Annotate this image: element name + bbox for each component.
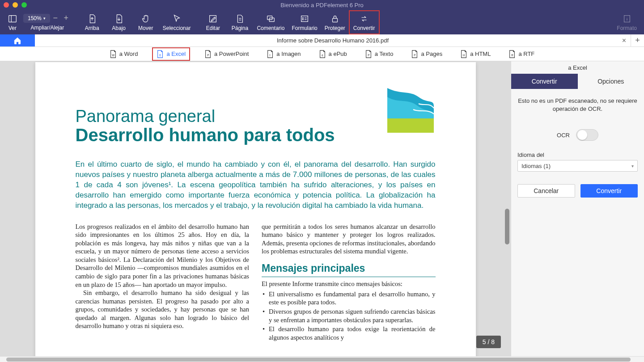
doc-subheading: Mensajes principales [262,262,436,277]
vertical-scrollbar[interactable] [504,61,510,356]
convert-button[interactable]: Convertir [349,10,380,34]
cursor-icon [172,14,182,24]
scrollbar-thumb[interactable] [6,358,631,362]
doc-column-left: Los progresos realizados en el ámbito de… [76,223,250,342]
list-item: El desarrollo humano para todos exige la… [262,325,436,341]
doc-icon: E [157,50,164,58]
document-tab[interactable]: Informe sobre Desarrollo Humano 2016.pdf… [35,34,631,46]
svg-rect-12 [332,18,337,22]
doc-icon: W [110,50,117,58]
format-html[interactable]: H a HTML [457,48,494,60]
titlebar: Bienvenido a PDFelement 6 Pro [0,0,644,10]
close-tab-button[interactable]: × [622,37,626,45]
cancel-button[interactable]: Cancelar [517,184,575,198]
language-label: Idioma del [517,152,638,158]
chevron-down-icon: ▾ [631,164,634,168]
maximize-window-button[interactable] [21,2,27,8]
svg-rect-7 [301,16,308,21]
doc-bullet-list: El universalismo es fundamental para el … [262,290,436,341]
page-down-button[interactable]: Abajo [106,10,132,34]
format-epub[interactable]: e a ePub [315,48,351,60]
select-tool-button[interactable]: Seleccionar [159,10,195,34]
format-word[interactable]: W a Word [106,48,142,60]
window-controls [4,2,27,8]
doc-heading-2: Desarrollo humano para todos [76,125,436,145]
zoom-out-button[interactable]: − [50,13,61,23]
lock-icon [330,14,340,24]
home-tab[interactable] [0,34,35,46]
format-rtf[interactable]: R a RTF [505,48,538,60]
ocr-label: OCR [557,132,570,139]
svg-text:P: P [414,53,416,56]
chevron-down-icon: ▾ [43,16,46,21]
svg-text:R: R [512,53,514,56]
app-title: Bienvenido a PDFelement 6 Pro [280,2,364,8]
svg-rect-0 [9,15,17,22]
form-button[interactable]: Formulario [288,10,321,34]
page-up-icon [87,14,97,24]
convert-panel: a Excel Convertir Opciones Esto no es un… [511,61,644,356]
format-pages[interactable]: P a Pages [407,48,446,60]
svg-text:P: P [368,53,369,56]
comment-icon [266,14,275,24]
page-down-icon [114,14,124,24]
list-item: Diversos grupos de personas siguen sufri… [262,307,436,324]
svg-point-8 [303,17,304,18]
move-tool-button[interactable]: Mover [132,10,159,34]
view-button[interactable]: Ver [4,10,21,34]
svg-rect-25 [387,118,434,133]
protect-button[interactable]: Proteger [321,10,349,34]
edit-icon [208,14,218,24]
doc-icon: P [411,50,418,58]
pdf-page: Panorama general Desarrollo humano para … [35,62,476,356]
doc-column-right: que permitirán a todos los seres humanos… [262,223,436,342]
zoom-in-button[interactable]: + [61,13,72,23]
horizontal-scrollbar[interactable] [0,356,644,362]
close-window-button[interactable] [4,2,9,8]
toggle-knob [577,130,587,140]
page-icon [235,14,245,24]
new-tab-button[interactable]: + [631,34,644,46]
form-icon [300,14,309,24]
format-excel[interactable]: E a Excel [152,47,190,61]
svg-text:W: W [112,53,114,56]
scrollbar-thumb[interactable] [505,209,509,244]
info-icon [622,14,632,24]
language-select[interactable]: Idiomas (1) ▾ [517,160,638,172]
format-strip: W a Word E a Excel P a PowerPoint I a Im… [0,47,644,61]
svg-text:H: H [463,53,465,56]
format-text[interactable]: P a Texto [361,48,397,60]
format-powerpoint[interactable]: P a PowerPoint [201,48,252,60]
svg-text:E: E [160,53,161,56]
page-button[interactable]: Página [226,10,253,34]
ocr-message: Esto no es un PDF escaneado, no se requi… [517,97,638,113]
comment-button[interactable]: Comentario [253,10,288,34]
report-logo [387,88,434,133]
minimize-window-button[interactable] [13,2,18,8]
svg-text:I: I [270,53,271,56]
page-up-button[interactable]: Arriba [79,10,106,34]
ocr-toggle[interactable] [576,129,598,141]
workspace: Panorama general Desarrollo humano para … [0,61,644,356]
panel-tab-options[interactable]: Opciones [578,74,644,89]
doc-heading-1: Panorama general [76,107,436,126]
svg-point-9 [303,19,304,20]
document-area[interactable]: Panorama general Desarrollo humano para … [0,61,511,356]
hand-icon [141,14,151,24]
format-button[interactable]: Formato [613,10,640,34]
zoom-select[interactable]: 150% ▾ [23,14,50,23]
svg-text:e: e [322,53,323,56]
doc-icon: P [204,50,212,58]
doc-icon: e [319,50,326,58]
page-counter: 5 / 8 [476,336,501,348]
edit-button[interactable]: Editar [199,10,226,34]
tab-strip: Informe sobre Desarrollo Humano 2016.pdf… [0,34,644,47]
doc-icon: P [365,50,372,58]
convert-action-button[interactable]: Convertir [580,184,638,198]
panel-title: a Excel [511,61,644,74]
sidebar-icon [8,14,17,24]
doc-icon: H [460,50,467,58]
panel-tab-convert[interactable]: Convertir [511,74,578,89]
svg-text:P: P [207,53,209,56]
format-image[interactable]: I a Imagen [263,48,304,60]
